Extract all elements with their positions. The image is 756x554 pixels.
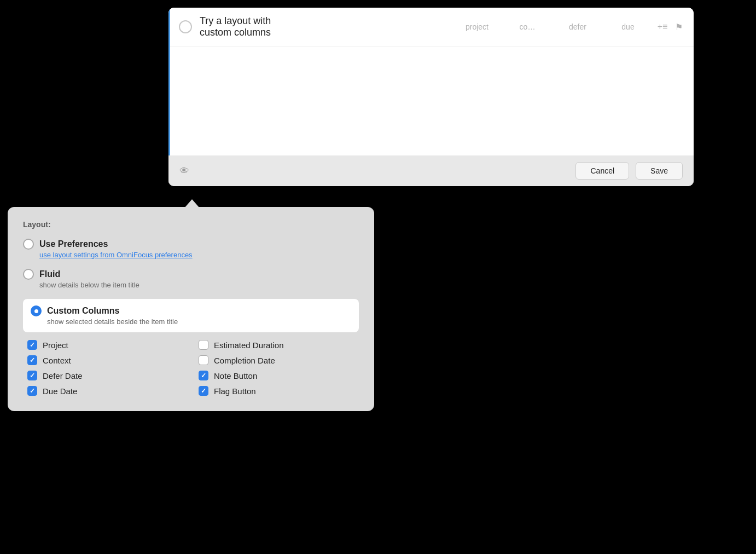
option-fluid[interactable]: Fluid show details below the item title xyxy=(23,269,359,289)
checkbox-note-button-box[interactable] xyxy=(199,371,208,380)
top-dialog: Try a layout withcustom columns project … xyxy=(168,8,694,186)
checkbox-note-button[interactable]: Note Button xyxy=(199,371,359,380)
use-preferences-link[interactable]: use layout settings from OmniFocus prefe… xyxy=(39,251,359,259)
checkbox-completion-date-box[interactable] xyxy=(199,355,208,365)
checkbox-defer-date-label: Defer Date xyxy=(43,371,83,380)
task-checkbox[interactable] xyxy=(179,20,192,33)
option-use-preferences[interactable]: Use Preferences use layout settings from… xyxy=(23,239,359,259)
option-use-preferences-title: Use Preferences xyxy=(39,239,108,249)
col-due: due xyxy=(612,22,644,31)
checkbox-due-date-box[interactable] xyxy=(27,386,37,396)
radio-use-preferences[interactable] xyxy=(23,239,34,250)
save-button[interactable]: Save xyxy=(636,162,683,180)
bottom-bar: 👁 Cancel Save xyxy=(168,155,694,186)
checkbox-project-box[interactable] xyxy=(27,340,37,350)
col-context: co… xyxy=(511,22,544,31)
task-columns: project co… defer due xyxy=(461,22,644,31)
popup-arrow xyxy=(184,199,200,208)
checkbox-flag-button-label: Flag Button xyxy=(214,386,256,396)
checkbox-note-button-label: Note Button xyxy=(214,371,257,380)
checkbox-due-date[interactable]: Due Date xyxy=(27,386,188,396)
checkbox-estimated-duration-label: Estimated Duration xyxy=(214,341,284,350)
option-custom-columns[interactable]: Custom Columns show selected details bes… xyxy=(23,299,359,332)
cancel-button[interactable]: Cancel xyxy=(575,162,629,180)
checkbox-defer-date-box[interactable] xyxy=(27,371,37,380)
checkbox-context[interactable]: Context xyxy=(27,355,188,365)
checkbox-defer-date[interactable]: Defer Date xyxy=(27,371,188,380)
add-note-icon[interactable]: +≡ xyxy=(656,21,668,33)
task-actions: +≡ ⚑ xyxy=(656,21,685,33)
option-fluid-title: Fluid xyxy=(39,269,60,279)
checkbox-due-date-label: Due Date xyxy=(43,386,77,396)
col-project: project xyxy=(461,22,493,31)
checkbox-estimated-duration[interactable]: Estimated Duration xyxy=(199,340,359,350)
radio-custom-columns[interactable] xyxy=(31,305,42,316)
col-defer: defer xyxy=(561,22,594,31)
checkbox-flag-button[interactable]: Flag Button xyxy=(199,386,359,396)
checkbox-context-box[interactable] xyxy=(27,355,37,365)
eye-icon[interactable]: 👁 xyxy=(179,165,189,177)
task-title: Try a layout withcustom columns xyxy=(200,15,453,38)
task-row: Try a layout withcustom columns project … xyxy=(170,8,694,47)
checkbox-project[interactable]: Project xyxy=(27,340,188,350)
checkbox-flag-button-box[interactable] xyxy=(199,386,208,396)
option-fluid-subtitle: show details below the item title xyxy=(39,281,359,289)
option-custom-columns-title: Custom Columns xyxy=(47,306,119,316)
flag-icon[interactable]: ⚑ xyxy=(673,21,685,33)
layout-section-label: Layout: xyxy=(23,220,359,229)
option-custom-columns-subtitle: show selected details beside the item ti… xyxy=(47,318,351,326)
checkbox-context-label: Context xyxy=(43,356,71,365)
checkbox-completion-date-label: Completion Date xyxy=(214,356,275,365)
task-list-area: Try a layout withcustom columns project … xyxy=(168,8,694,155)
checkbox-estimated-duration-box[interactable] xyxy=(199,340,208,350)
checkboxes-grid: Project Estimated Duration Context Compl… xyxy=(27,340,359,396)
radio-fluid[interactable] xyxy=(23,269,34,280)
layout-popup: Layout: Use Preferences use layout setti… xyxy=(8,207,374,411)
checkbox-project-label: Project xyxy=(43,341,68,350)
checkbox-completion-date[interactable]: Completion Date xyxy=(199,355,359,365)
